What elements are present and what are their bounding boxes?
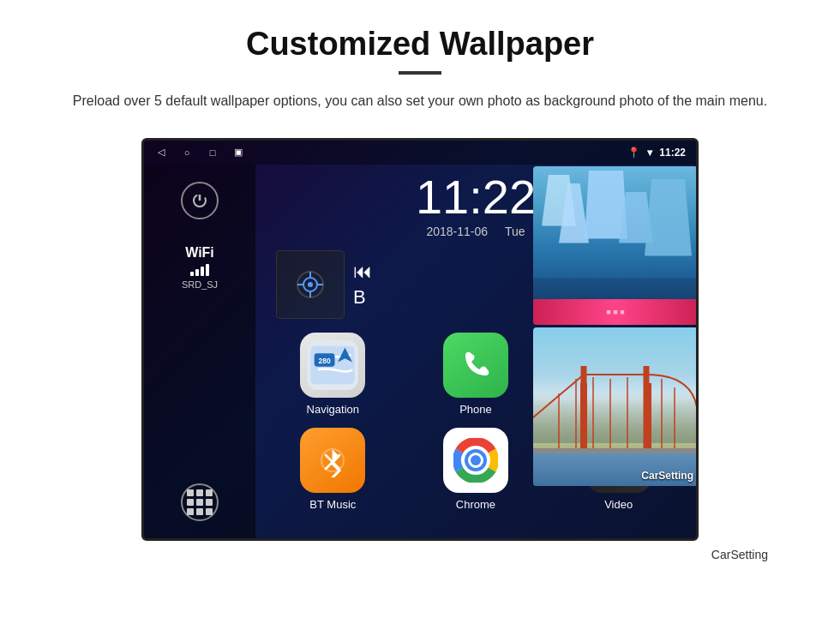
chrome-icon: [443, 428, 508, 493]
media-icon: [276, 250, 345, 319]
carsetting-label: CarSetting: [641, 470, 693, 482]
apps-grid-icon: [187, 489, 213, 515]
grid-dot: [187, 508, 194, 515]
home-icon[interactable]: ○: [180, 146, 194, 159]
status-bar: ◁ ○ □ ▣ 📍 ▾ 11:22: [144, 141, 696, 165]
media-player-icon: [293, 267, 327, 302]
android-screen: ◁ ○ □ ▣ 📍 ▾ 11:22: [141, 138, 699, 541]
prev-track-button[interactable]: ⏮: [353, 261, 372, 283]
wifi-bar-2: [195, 269, 199, 276]
app-phone[interactable]: Phone: [411, 333, 542, 416]
navigation-label: Navigation: [307, 403, 359, 416]
btmusic-svg: [315, 443, 350, 477]
track-b-button[interactable]: B: [353, 286, 372, 309]
location-icon: 📍: [627, 147, 640, 159]
chrome-svg: [453, 438, 498, 483]
power-icon: [191, 192, 208, 209]
wifi-widget: WiFi SRD_SJ: [182, 245, 218, 290]
grid-dot: [206, 508, 213, 515]
sidebar: WiFi SRD_SJ: [144, 165, 255, 538]
phone-label: Phone: [459, 403, 492, 416]
grid-dot: [187, 499, 194, 506]
title-divider: [399, 71, 441, 75]
recent-icon[interactable]: □: [206, 146, 219, 159]
clock-day: Tue: [505, 225, 525, 238]
grid-dot: [206, 489, 213, 496]
svg-point-22: [471, 455, 481, 465]
grid-dot: [206, 499, 213, 506]
bridge-cables-svg: [533, 366, 698, 452]
power-button[interactable]: [181, 182, 219, 219]
grid-dot: [196, 489, 203, 496]
wifi-label: WiFi: [182, 245, 218, 261]
wallpaper-previews: ■ ■ ■: [533, 166, 698, 486]
nav-map-svg: 280: [307, 340, 358, 390]
grid-dot: [196, 499, 203, 506]
grid-dot: [196, 508, 203, 515]
app-navigation[interactable]: 280 Navigation: [267, 333, 399, 416]
wifi-ssid: SRD_SJ: [182, 279, 218, 290]
status-time: 11:22: [659, 147, 686, 159]
clock-date-value: 2018-11-06: [426, 225, 488, 238]
svg-point-4: [308, 282, 313, 287]
wifi-bars: [182, 264, 218, 276]
svg-text:280: 280: [319, 357, 331, 365]
wifi-bar-4: [206, 264, 209, 276]
app-btmusic[interactable]: BT Music: [267, 428, 399, 511]
btmusic-label: BT Music: [309, 498, 356, 511]
bridge-wallpaper-preview[interactable]: CarSetting: [533, 327, 698, 486]
device-wrapper: ◁ ○ □ ▣ 📍 ▾ 11:22: [34, 138, 806, 541]
back-icon[interactable]: ◁: [154, 146, 168, 159]
all-apps-button[interactable]: [181, 483, 219, 521]
phone-icon: [443, 333, 508, 398]
carsetting-text: CarSetting: [711, 548, 768, 561]
screenshot-icon[interactable]: ▣: [231, 146, 245, 159]
wifi-status-icon: ▾: [647, 147, 652, 159]
video-label: Video: [604, 498, 633, 511]
app-chrome[interactable]: Chrome: [411, 428, 542, 511]
navigation-icon: 280: [300, 333, 365, 398]
phone-svg: [459, 348, 493, 382]
btmusic-icon: [300, 428, 365, 493]
ice-wallpaper-preview[interactable]: ■ ■ ■: [533, 166, 698, 325]
grid-dot: [187, 489, 194, 496]
status-left: ◁ ○ □ ▣: [154, 146, 245, 159]
status-right: 📍 ▾ 11:22: [627, 147, 686, 159]
page-subtitle: Preload over 5 default wallpaper options…: [73, 90, 767, 112]
page-title: Customized Wallpaper: [246, 26, 594, 63]
wifi-bar-3: [201, 267, 204, 276]
wifi-bar-1: [190, 272, 194, 276]
chrome-label: Chrome: [456, 498, 495, 511]
